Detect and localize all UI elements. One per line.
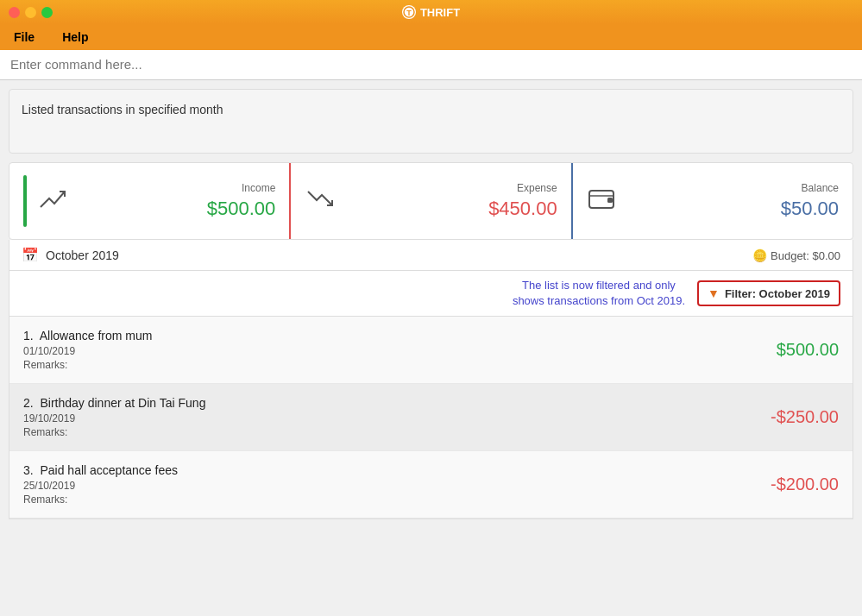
month-row: 📅 October 2019 🪙 Budget: $0.00 [9,240,853,271]
app-title: THRIFT [420,6,460,19]
help-menu[interactable]: Help [57,27,93,47]
expense-value: $450.00 [346,198,557,220]
filter-badge[interactable]: ▼ Filter: October 2019 [697,280,840,306]
filter-notice: The list is now filtered and only shows … [513,278,685,309]
filter-row: The list is now filtered and only shows … [9,271,853,317]
tx-left: 1. Allowance from mum 01/10/2019 Remarks… [23,329,777,371]
expense-card: Expense $450.00 [289,163,570,239]
status-message: Listed transactions in specified month [22,103,223,116]
income-indicator [23,175,27,227]
tx-amount: -$250.00 [771,407,839,427]
expense-icon [305,183,336,220]
window-title: T THRIFT [402,5,460,19]
income-label: Income [79,182,275,194]
income-value: $500.00 [79,198,275,220]
file-menu[interactable]: File [9,27,40,47]
expense-label: Expense [346,182,557,194]
minimize-button[interactable] [25,7,36,18]
summary-cards: Income $500.00 Expense $450.00 Balance [9,162,853,240]
balance-value: $50.00 [628,198,839,220]
transaction-item: 3. Paid hall acceptance fees 25/10/2019 … [9,451,853,519]
tx-remarks: Remarks: [23,359,777,371]
month-label: 📅 October 2019 [22,247,119,263]
tx-remarks: Remarks: [23,426,771,438]
tx-date: 19/10/2019 [23,412,771,424]
filter-notice-line1: The list is now filtered and only [522,279,676,292]
calendar-icon: 📅 [22,247,39,263]
command-bar [0,50,862,80]
income-card: Income $500.00 [9,163,289,239]
balance-label: Balance [628,182,839,194]
close-button[interactable] [9,7,20,18]
window-controls [9,7,53,18]
menu-bar: File Help [0,24,862,50]
svg-rect-3 [607,198,613,203]
budget-icon: 🪙 [752,248,767,262]
command-input[interactable] [10,57,852,72]
tx-date: 01/10/2019 [23,345,777,357]
tx-name: 2. Birthday dinner at Din Tai Fung [23,396,771,410]
tx-remarks: Remarks: [23,493,771,506]
filter-icon: ▼ [708,286,720,300]
transaction-item: 2. Birthday dinner at Din Tai Fung 19/10… [9,384,853,451]
tx-amount: $500.00 [777,340,839,360]
status-bar: Listed transactions in specified month [9,89,853,154]
tx-date: 25/10/2019 [23,480,771,492]
tx-left: 3. Paid hall acceptance fees 25/10/2019 … [23,463,771,506]
balance-icon [587,183,618,220]
svg-text:T: T [406,9,412,17]
tx-name: 3. Paid hall acceptance fees [23,463,771,477]
expense-content: Expense $450.00 [346,182,557,220]
month-text: October 2019 [46,248,119,262]
income-content: Income $500.00 [79,182,275,220]
balance-content: Balance $50.00 [628,182,839,220]
tx-name: 1. Allowance from mum [23,329,777,343]
maximize-button[interactable] [41,7,53,18]
balance-card: Balance $50.00 [571,163,853,239]
app-icon: T [402,5,416,19]
tx-left: 2. Birthday dinner at Din Tai Fung 19/10… [23,396,771,438]
budget-label: 🪙 Budget: $0.00 [752,248,840,263]
filter-notice-line2: shows transactions from Oct 2019. [513,294,685,307]
budget-text: Budget: $0.00 [771,249,840,262]
title-bar: T THRIFT [0,0,862,24]
income-icon [37,183,68,220]
transaction-item: 1. Allowance from mum 01/10/2019 Remarks… [9,317,853,384]
transaction-list: 1. Allowance from mum 01/10/2019 Remarks… [9,317,853,519]
filter-badge-label: Filter: October 2019 [725,287,830,300]
tx-amount: -$200.00 [771,475,839,494]
